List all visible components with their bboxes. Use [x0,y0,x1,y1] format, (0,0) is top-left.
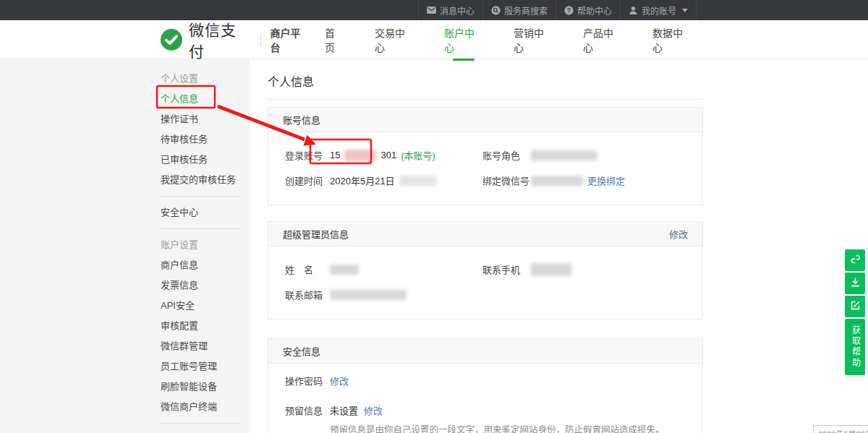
redacted-email [330,290,407,300]
nav-transaction-center[interactable]: 交易中心 [375,12,414,68]
sidebar-divider [161,196,241,197]
account-role-value [531,150,688,160]
share-link-button[interactable] [845,249,865,271]
page-title: 个人信息 [268,72,703,90]
nav-account-center[interactable]: 账户中心 [444,12,483,68]
section-title: 安全信息 [283,344,320,358]
edit-admin-link[interactable]: 修改 [669,227,688,241]
created-time-label: 创建时间 [285,173,330,187]
sidebar-item-review-config[interactable]: 审核配置 [0,316,250,336]
sidebar-group-personal-settings: 个人设置 [0,69,250,89]
sidebar-divider [161,423,241,424]
logo-divider [260,33,261,46]
sidebar-item-wechat-merchant-terminal[interactable]: 微信商户终端 [0,397,250,417]
sidebar-item-pending-review-tasks[interactable]: 待审核任务 [0,129,250,150]
header: 微信支付 商户平台 首页 交易中心 账户中心 营销中心 产品中心 数据中心 [0,20,868,59]
name-label: 姓 名 [285,262,330,276]
reserved-info-value: 未设置 [330,403,358,417]
contact-email-label: 联系邮箱 [285,288,330,301]
get-help-label: 获取帮助 [850,325,861,369]
sidebar-item-reviewed-tasks[interactable]: 已审核任务 [0,150,250,170]
redacted-name [330,265,359,275]
account-role-label: 账号角色 [482,148,531,162]
sidebar-item-operation-certificate[interactable]: 操作证书 [0,109,250,129]
redacted-wechat-id [531,176,583,186]
reserved-info-label: 预留信息 [285,403,330,417]
sidebar-item-invoice-info[interactable]: 发票信息 [0,275,250,296]
sidebar-item-api-security[interactable]: API安全 [0,296,250,316]
edit-reserved-info-link[interactable]: 修改 [364,403,383,417]
reserved-info-help: 预留信息是由你自己设置的一段文字，用来鉴定网站身份，防止假冒网站造成损失。 配置… [330,424,688,433]
title-rule [268,99,703,100]
link-icon [850,254,861,267]
download-button[interactable] [845,273,865,294]
floating-toolbar: 获取帮助 [845,249,865,375]
section-title: 超级管理员信息 [283,227,349,241]
sidebar-item-personal-info[interactable]: 个人信息 [0,89,250,109]
page: 消息中心 服务商搜索 ? 帮助中心 我的账号 微信支付 商户平台 首页 交易中心 [0,0,868,433]
section-title: 账号信息 [283,113,320,127]
date-tooltip: 2020年5月22日 [813,425,868,433]
brand-name: 微信支付 [189,18,251,61]
nav-product-center[interactable]: 产品中心 [583,12,622,68]
sidebar-item-wechat-group-management[interactable]: 微信群管理 [0,336,250,356]
sidebar-item-staff-account-management[interactable]: 员工账号管理 [0,356,250,377]
redacted-phone [531,263,571,276]
nav-home[interactable]: 首页 [325,12,344,68]
content-area: 个人设置 个人信息 操作证书 待审核任务 已审核任务 我提交的审核任务 安全中心… [0,59,868,433]
login-account-value: 15301 (本账号) [330,148,482,162]
wechat-pay-logo-icon [161,29,182,51]
contact-phone-label: 联系手机 [482,262,531,276]
get-help-button[interactable]: 获取帮助 [845,319,865,375]
name-value [330,265,482,275]
main-panel: 个人信息 账号信息 登录账号 15301 (本账号) [250,59,868,433]
operation-password-label: 操作密码 [285,374,330,387]
portal-name: 商户平台 [270,25,309,54]
current-account-note: (本账号) [401,148,435,162]
redacted-created-time [399,176,437,186]
change-password-link[interactable]: 修改 [330,374,349,387]
contact-phone-value [531,263,688,276]
sidebar-item-face-smart-device[interactable]: 刷脸智能设备 [0,377,250,397]
download-icon [850,277,861,291]
bound-wechat-label: 绑定微信号 [482,173,531,187]
sidebar-item-security-center[interactable]: 安全中心 [0,202,250,223]
nav-data-center[interactable]: 数据中心 [652,12,692,68]
help-line: 预留信息是由你自己设置的一段文字，用来鉴定网站身份，防止假冒网站造成损失。 [330,424,688,433]
super-admin-section: 超级管理员信息 修改 姓 名 联系手机 联系邮箱 [268,221,703,320]
created-time-value: 2020年5月21日 [330,173,482,187]
nav-marketing-center[interactable]: 营销中心 [514,12,553,68]
sidebar-item-my-submitted-review-tasks[interactable]: 我提交的审核任务 [0,170,250,190]
sidebar-divider [161,228,241,229]
sidebar: 个人设置 个人信息 操作证书 待审核任务 已审核任务 我提交的审核任务 安全中心… [0,59,250,433]
redacted-login-digits [344,150,376,161]
feedback-button[interactable] [845,296,865,317]
redacted-role [531,150,597,160]
account-info-section: 账号信息 登录账号 15301 (本账号) 账号角色 [268,107,703,205]
bound-wechat-value: 更换绑定 [531,173,688,187]
login-account-label: 登录账号 [285,148,330,162]
sidebar-item-merchant-info[interactable]: 商户信息 [0,255,250,275]
change-binding-link[interactable]: 更换绑定 [587,173,625,187]
edit-icon [850,300,861,314]
contact-email-value [330,290,482,300]
brand-logo[interactable]: 微信支付 商户平台 [161,18,310,61]
sidebar-group-account-settings: 账户设置 [0,235,250,255]
security-info-section: 安全信息 操作密码 修改 预留信息 未设置 修改 预留信息 [268,338,703,433]
